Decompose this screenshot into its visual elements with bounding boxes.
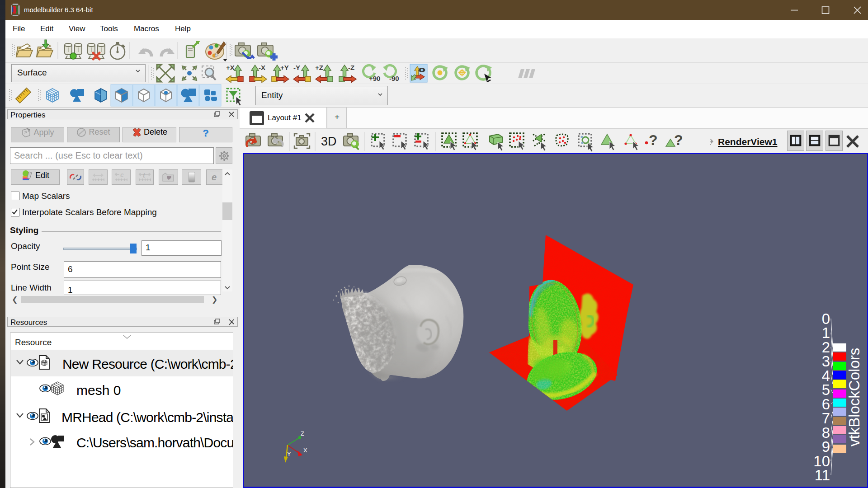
svg-text:-90: -90	[389, 75, 399, 82]
svg-text:t: t	[143, 172, 146, 179]
svg-text:?: ?	[649, 132, 658, 148]
svg-text:vtkBlockColors: vtkBlockColors	[846, 348, 863, 446]
svg-text:11: 11	[815, 467, 830, 483]
svg-text:e: e	[212, 172, 217, 182]
svg-text:+X: +X	[226, 64, 235, 71]
svg-text:X: X	[303, 447, 307, 454]
svg-text:c: c	[120, 172, 124, 178]
svg-text:Y: Y	[287, 450, 291, 457]
svg-text:+Z: +Z	[315, 64, 323, 71]
svg-text:-Y: -Y	[293, 64, 300, 71]
svg-text:Z: Z	[301, 430, 304, 437]
svg-text:-Z: -Z	[348, 64, 354, 71]
svg-text:RenderView1: RenderView1	[718, 136, 778, 147]
svg-text:3D: 3D	[321, 135, 337, 148]
svg-text:-X: -X	[259, 64, 265, 71]
svg-text:+90: +90	[369, 75, 380, 82]
svg-text:?: ?	[674, 132, 683, 148]
svg-text:+Y: +Y	[280, 64, 289, 71]
